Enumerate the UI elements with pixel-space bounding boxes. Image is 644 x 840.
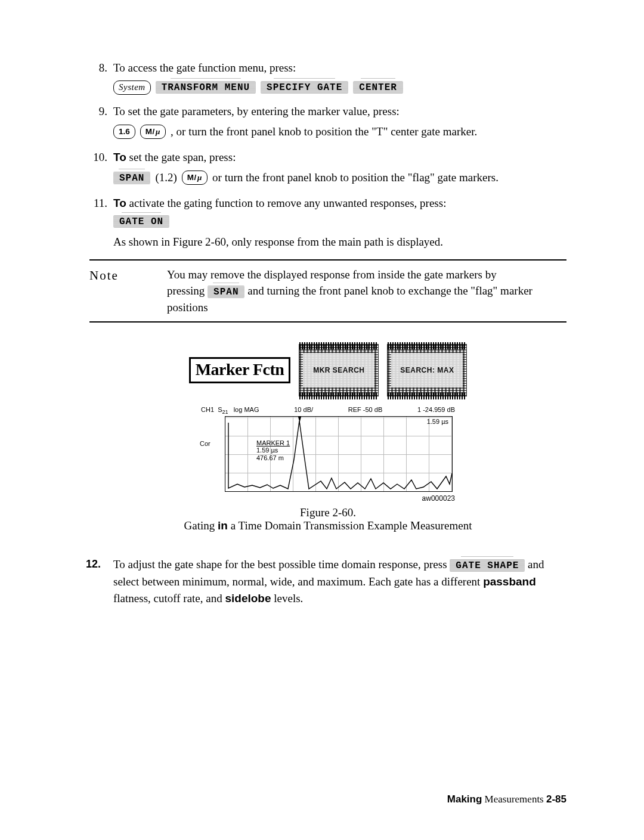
step-text: activate the gating function to remove a… (126, 197, 447, 209)
plot-area: CH1 S21 log MAG 10 dB/ REF -50 dB 1 -24.… (200, 406, 456, 503)
step-text: To access the gate function menu, press: (113, 61, 296, 74)
gate-on-softkey[interactable]: GATE ON (113, 215, 169, 228)
tail-b: center gate marker. (388, 125, 477, 138)
keypress-row: GATE ON (113, 215, 566, 228)
system-hardkey[interactable]: System (113, 80, 151, 95)
step-12: 12. To adjust the gate shape for the bes… (89, 556, 566, 607)
step-11: 11. To activate the gating function to r… (89, 195, 566, 251)
footer-rest: Measurements (482, 793, 546, 805)
unit-label: M/µ (187, 172, 202, 184)
unit-hardkey[interactable]: M/µ (182, 171, 208, 185)
keypress-row: System TRANSFORM MENU SPECIFY GATE CENTE… (113, 80, 566, 95)
ch-label: CH1 S21 log MAG (201, 406, 259, 415)
step-text: To set the gate parameters, by entering … (113, 105, 400, 117)
tail-a: , or turn the front panel knob to positi… (171, 125, 371, 138)
search-max-art: SEARCH: MAX (387, 344, 467, 396)
figure-2-60: Marker Fctn MKR SEARCH SEARCH: MAX CH1 S… (89, 344, 566, 532)
step-number: 10. (89, 149, 107, 166)
ref-label: REF -50 dB (348, 406, 382, 415)
caption-text-b: a Time Domain Transmission Example Measu… (228, 519, 472, 532)
s12-d: levels. (271, 592, 304, 605)
step-number: 11. (89, 195, 107, 212)
keypress-row: SPAN (1.2) M/µ or turn the front panel k… (113, 169, 566, 187)
gate-shape-softkey[interactable]: GATE SHAPE (450, 559, 525, 572)
caption-text-a: Gating (184, 519, 218, 532)
page: 8. To access the gate function menu, pre… (0, 0, 644, 840)
lead-bold: To (113, 197, 126, 209)
mkr-search-art: MKR SEARCH (299, 344, 379, 396)
page-footer: Making Measurements 2-85 (447, 793, 566, 805)
s21-sub: 21 (222, 409, 228, 415)
note-line2a: pressing (167, 284, 208, 297)
step-number: 9. (89, 103, 107, 120)
ch: CH1 (201, 406, 214, 413)
sidelobe-bold: sidelobe (225, 592, 271, 605)
step-number: 8. (89, 60, 107, 77)
note-block: Note You may remove the displayed respon… (89, 266, 566, 316)
divider (89, 259, 566, 261)
unit-label: M/µ (145, 126, 160, 138)
caption-bold: in (218, 519, 228, 532)
barcode-label: MKR SEARCH (303, 353, 374, 388)
figure-number: Figure 2-60. (184, 506, 472, 519)
step-text: set the gate span, press: (126, 151, 236, 163)
figure-id: aw000023 (200, 494, 456, 503)
span-softkey[interactable]: SPAN (208, 286, 244, 298)
trace-svg (225, 417, 452, 491)
marker-arrow-icon (298, 417, 301, 423)
s12-a: To adjust the gate shape for the best po… (113, 558, 450, 571)
note-line3: positions (167, 301, 208, 314)
unit-hardkey[interactable]: M/µ (140, 125, 166, 139)
figure-caption: Figure 2-60. Gating in a Time Domain Tra… (184, 506, 472, 532)
mkr-right: 1 -24.959 dB (417, 406, 455, 415)
trace-line (228, 421, 452, 489)
step-10: 10. To set the gate span, press: SPAN (1… (89, 149, 566, 187)
divider (89, 321, 566, 323)
barcode-label: SEARCH: MAX (391, 353, 463, 388)
note-body: You may remove the displayed response fr… (167, 266, 532, 316)
marker-fctn-hardkey: Marker Fctn (189, 357, 291, 383)
plot-header: CH1 S21 log MAG 10 dB/ REF -50 dB 1 -24.… (200, 406, 456, 416)
lead-bold: To (113, 151, 126, 163)
step-9: 9. To set the gate parameters, by enteri… (89, 103, 566, 141)
t-letter: T (376, 125, 383, 138)
plot-grid: 1.59 µs MARKER 1 1.59 µs 476.67 m (225, 416, 453, 492)
note-line2b: and turning the front panel knob to exch… (244, 284, 532, 297)
tail-text: or turn the front panel knob to position… (212, 169, 499, 187)
cor-label: Cor (200, 440, 210, 447)
figure-box: Marker Fctn MKR SEARCH SEARCH: MAX CH1 S… (184, 344, 472, 532)
transform-menu-softkey[interactable]: TRANSFORM MENU (156, 81, 256, 94)
step-number: 12. (86, 556, 101, 572)
note-label: Note (89, 266, 131, 316)
followup-text: As shown in Figure 2-60, only response f… (113, 234, 566, 251)
s12-c: flatness, cutoff rate, and (113, 592, 225, 605)
step-8: 8. To access the gate function menu, pre… (89, 60, 566, 95)
log-mag: log MAG (234, 406, 259, 413)
figure-header-art: Marker Fctn MKR SEARCH SEARCH: MAX (184, 344, 472, 396)
footer-making: Making (447, 793, 482, 805)
keypress-row: 1.6 M/µ , or turn the front panel knob t… (113, 123, 566, 141)
instruction-list: 8. To access the gate function menu, pre… (89, 60, 566, 251)
specify-gate-softkey[interactable]: SPECIFY GATE (261, 81, 348, 94)
scale-label: 10 dB/ (294, 406, 313, 415)
passband-bold: passband (483, 575, 536, 588)
tail-text: , or turn the front panel knob to positi… (171, 123, 477, 141)
value-text: (1.2) (155, 169, 177, 187)
center-softkey[interactable]: CENTER (353, 81, 403, 94)
q1: " (371, 125, 376, 138)
span-softkey[interactable]: SPAN (113, 172, 150, 184)
footer-page: 2-85 (546, 793, 566, 805)
value-hardkey[interactable]: 1.6 (113, 125, 135, 139)
note-line1: You may remove the displayed response fr… (167, 268, 497, 281)
